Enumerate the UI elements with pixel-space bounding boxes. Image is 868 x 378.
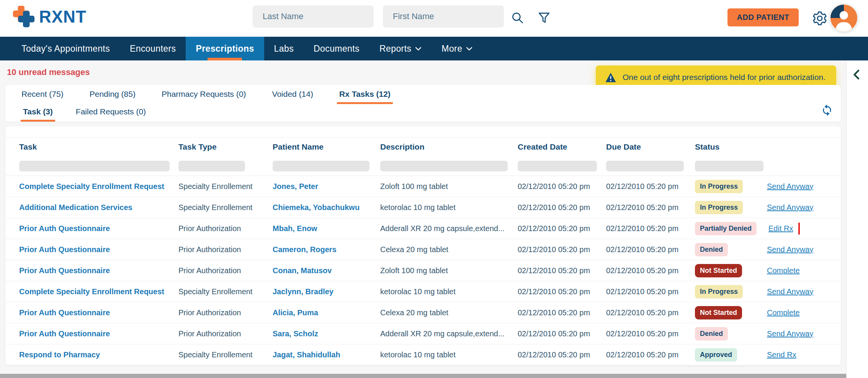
created-date-cell: 02/12/2010 05:20 pm <box>518 266 606 275</box>
description-cell: ketorolac 10 mg tablet <box>380 287 518 296</box>
patient-link[interactable]: Jaclynn, Bradley <box>273 287 380 296</box>
task-link[interactable]: Prior Auth Questionnaire <box>19 266 178 275</box>
rxnt-logo[interactable]: RXNT <box>11 5 87 28</box>
task-link[interactable]: Complete Specialty Enrollment Request <box>19 287 178 296</box>
patient-link[interactable]: Sara, Scholz <box>273 329 380 338</box>
action-link[interactable]: Complete <box>767 308 800 317</box>
chevron-left-icon[interactable] <box>851 69 861 80</box>
created-date-cell: 02/12/2010 05:20 pm <box>518 224 606 233</box>
avatar[interactable] <box>829 3 858 33</box>
nav-encounters[interactable]: Encounters <box>120 37 186 60</box>
table-filter-row <box>5 156 841 176</box>
avatar-person-head <box>840 11 848 20</box>
table-header-row: TaskTask TypePatient NameDescriptionCrea… <box>5 138 841 156</box>
nav-today-s-appointments[interactable]: Today's Appointments <box>11 37 120 60</box>
action-link[interactable]: Send Anyway <box>767 203 813 212</box>
main-nav: Today's Appointments Encounters Prescrip… <box>0 37 868 60</box>
due-date-cell: 02/12/2010 05:20 pm <box>606 287 695 296</box>
tab-voided-14[interactable]: Voided (14) <box>270 90 315 104</box>
avatar-person-body <box>835 22 852 33</box>
column-header-task-type: Task Type <box>178 142 273 152</box>
tab-recent-75[interactable]: Recent (75) <box>19 90 66 104</box>
nav-documents[interactable]: Documents <box>304 37 369 60</box>
tab-pending-85[interactable]: Pending (85) <box>87 90 138 104</box>
task-link[interactable]: Prior Auth Questionnaire <box>19 245 178 254</box>
patient-link[interactable]: Jones, Peter <box>273 182 380 191</box>
filter-input-description[interactable] <box>380 161 508 171</box>
action-link[interactable]: Complete <box>767 266 800 275</box>
tab-task-3[interactable]: Task (3) <box>21 107 55 122</box>
unread-messages-link[interactable]: 10 unread messages <box>7 67 90 77</box>
last-name-input[interactable] <box>253 5 374 28</box>
prescriptions-content: 10 unread messages One out of eight pres… <box>0 60 846 378</box>
tab-pharmacy-requests-0[interactable]: Pharmacy Requests (0) <box>159 90 248 104</box>
patient-link[interactable]: Chiemeka, Yobachukwu <box>273 203 380 212</box>
task-link[interactable]: Complete Specialty Enrollment Request <box>19 182 178 191</box>
patient-link[interactable]: Jagat, Shahidullah <box>273 350 380 359</box>
first-name-input[interactable] <box>383 5 504 28</box>
filter-input-patient-name[interactable] <box>273 161 369 171</box>
task-link[interactable]: Respond to Pharmacy <box>19 350 178 359</box>
filter-input-due-date[interactable] <box>606 161 684 171</box>
due-date-cell: 02/12/2010 05:20 pm <box>606 350 695 359</box>
nav-prescriptions[interactable]: Prescriptions <box>186 37 264 60</box>
task-link[interactable]: Additional Medication Services <box>19 203 178 212</box>
nav-item-label: Labs <box>274 44 294 54</box>
action-link[interactable]: Send Rx <box>767 350 796 359</box>
add-patient-button[interactable]: ADD PATIENT <box>727 8 799 26</box>
table-body: Complete Specialty Enrollment Request Sp… <box>5 176 841 365</box>
horizontal-scrollbar[interactable] <box>0 374 846 378</box>
action-link[interactable]: Send Anyway <box>767 329 813 338</box>
filter-input-created-date[interactable] <box>518 161 597 171</box>
table-row: Respond to Pharmacy Specialty Enrollemen… <box>5 344 841 365</box>
secondary-tabs: Task (3) Failed Requests (0) <box>21 107 148 122</box>
due-date-cell: 02/12/2010 05:20 pm <box>606 266 695 275</box>
nav-reports[interactable]: Reports <box>369 37 432 60</box>
task-type-cell: Specialty Enrollement <box>178 182 273 191</box>
gear-icon[interactable] <box>812 10 828 26</box>
filter-input-status[interactable] <box>695 161 763 171</box>
nav-more[interactable]: More <box>432 37 482 60</box>
table-row: Prior Auth Questionnaire Prior Authoriza… <box>5 260 841 281</box>
created-date-cell: 02/12/2010 05:20 pm <box>518 182 606 191</box>
description-cell: Celexa 20 mg tablet <box>380 245 518 254</box>
due-date-cell: 02/12/2010 05:20 pm <box>606 203 695 212</box>
table-row: Complete Specialty Enrollment Request Sp… <box>5 281 841 302</box>
filter-input-task[interactable] <box>19 161 170 171</box>
patient-link[interactable]: Cameron, Rogers <box>273 245 380 254</box>
primary-tabs: Recent (75) Pending (85) Pharmacy Reques… <box>19 90 393 104</box>
action-link[interactable]: Send Anyway <box>767 287 813 296</box>
nav-item-label: Reports <box>379 44 411 54</box>
tab-failed-requests-0[interactable]: Failed Requests (0) <box>74 107 148 122</box>
patient-link[interactable]: Conan, Matusov <box>273 266 380 275</box>
search-icon[interactable] <box>510 11 525 25</box>
action-link[interactable]: Edit Rx <box>768 224 793 233</box>
column-header-due-date: Due Date <box>606 142 695 152</box>
status-badge: Partially Denied <box>695 222 757 235</box>
patient-link[interactable]: Mbah, Enow <box>273 224 380 233</box>
rxnt-logo-text: RXNT <box>39 7 87 26</box>
task-link[interactable]: Prior Auth Questionnaire <box>19 308 178 317</box>
tab-label: Recent (75) <box>21 90 64 98</box>
action-link[interactable]: Send Anyway <box>767 182 813 191</box>
nav-item-label: Encounters <box>130 44 176 54</box>
nav-item-label: Documents <box>314 44 360 54</box>
filter-input-task-type[interactable] <box>178 161 245 171</box>
task-link[interactable]: Prior Auth Questionnaire <box>19 224 178 233</box>
description-cell: ketorolac 10 mg tablet <box>380 350 518 359</box>
filter-icon[interactable] <box>537 11 551 25</box>
refresh-icon[interactable] <box>821 104 833 116</box>
rx-tasks-table: TaskTask TypePatient NameDescriptionCrea… <box>5 126 841 365</box>
tab-label: Pharmacy Requests (0) <box>162 90 246 98</box>
patient-link[interactable]: Alicia, Puma <box>273 308 380 317</box>
task-link[interactable]: Prior Auth Questionnaire <box>19 329 178 338</box>
tab-rx-tasks-12[interactable]: Rx Tasks (12) <box>337 90 393 104</box>
chevron-down-icon <box>466 47 472 51</box>
nav-labs[interactable]: Labs <box>264 37 304 60</box>
due-date-cell: 02/12/2010 05:20 pm <box>606 182 695 191</box>
table-row: Prior Auth Questionnaire Prior Authoriza… <box>5 323 841 344</box>
action-link[interactable]: Send Anyway <box>767 245 813 254</box>
app-header: RXNT ADD PATIENT <box>0 0 868 37</box>
tab-label: Voided (14) <box>272 90 313 98</box>
created-date-cell: 02/12/2010 05:20 pm <box>518 308 606 317</box>
